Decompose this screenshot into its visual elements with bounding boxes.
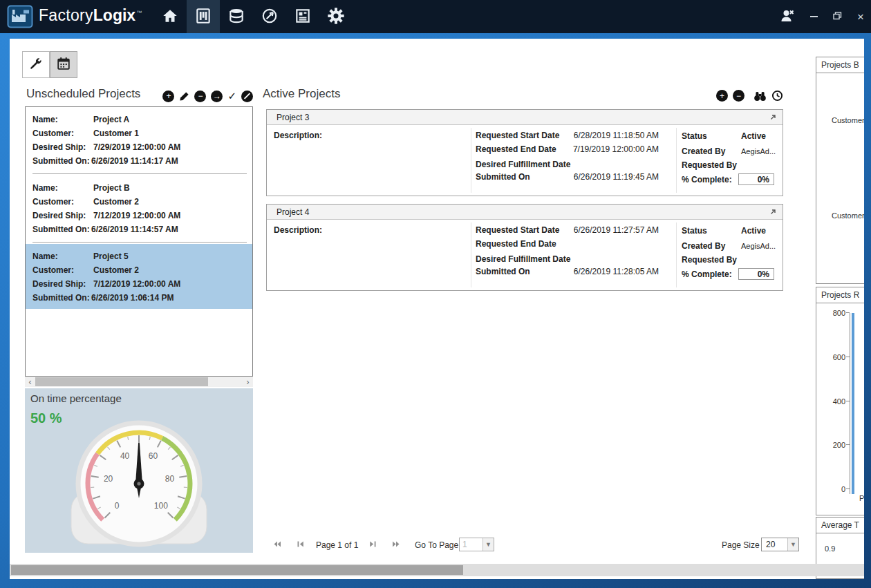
edit-icon[interactable] bbox=[179, 91, 189, 102]
submitted-on-label: Submitted On bbox=[476, 267, 530, 276]
calendar-icon bbox=[56, 56, 71, 73]
column-divider bbox=[471, 128, 471, 193]
settings-icon bbox=[326, 6, 346, 28]
remove-icon[interactable]: − bbox=[194, 91, 206, 102]
axis-tick-mark bbox=[846, 401, 850, 401]
add-icon[interactable]: + bbox=[716, 90, 728, 102]
nav-scheduling-button[interactable] bbox=[187, 0, 220, 33]
close-icon: × bbox=[857, 11, 864, 23]
add-icon[interactable]: + bbox=[162, 91, 174, 102]
percent-complete-box: 0% bbox=[738, 173, 774, 185]
submit-icon[interactable]: → bbox=[211, 91, 223, 102]
scrollbar-thumb[interactable] bbox=[35, 377, 208, 386]
project-item-b[interactable]: Name:Project B Customer:Customer 2 Desir… bbox=[26, 176, 252, 240]
project-card-name: Project 4 bbox=[277, 207, 309, 217]
unscheduled-projects-list: Name:Project A Customer:Customer 1 Desir… bbox=[25, 106, 253, 377]
home-icon bbox=[161, 7, 179, 27]
y-axis-tick: 800 bbox=[825, 309, 845, 317]
project-card-header[interactable]: Project 4 bbox=[267, 205, 783, 220]
submitted-on-label: Submitted On: bbox=[32, 222, 91, 236]
nav-home-button[interactable] bbox=[153, 0, 187, 33]
minimize-button[interactable] bbox=[807, 10, 820, 23]
description-label: Description: bbox=[274, 225, 322, 235]
remove-icon[interactable]: − bbox=[733, 90, 744, 102]
next-page-button[interactable] bbox=[368, 539, 377, 549]
customer-label: Customer: bbox=[32, 126, 93, 140]
scroll-left-icon[interactable]: ‹ bbox=[25, 377, 35, 387]
created-by-label: Created By bbox=[682, 146, 725, 156]
chart-bar bbox=[852, 313, 854, 494]
created-by-label: Created By bbox=[682, 241, 725, 251]
y-axis-tick: 200 bbox=[825, 441, 845, 449]
scroll-right-icon[interactable]: › bbox=[243, 377, 253, 387]
previous-page-button[interactable] bbox=[295, 539, 305, 549]
percent-complete-box: 0% bbox=[738, 268, 774, 280]
last-page-button[interactable] bbox=[391, 539, 401, 549]
brand-part1: Factory bbox=[39, 6, 93, 24]
projects-by-customer-title: Projects B bbox=[816, 57, 864, 73]
go-to-page-combo: ▼ bbox=[459, 538, 494, 551]
project-desired-ship: 7/29/2019 12:00:00 AM bbox=[93, 142, 180, 152]
requested-end-value: 7/19/2019 12:00:00 AM bbox=[562, 144, 659, 154]
factorylogix-window: FactoryLogix™ bbox=[0, 0, 871, 588]
nav-settings-button[interactable] bbox=[319, 0, 353, 33]
axis-tick-mark bbox=[846, 312, 850, 313]
previous-page-icon bbox=[296, 540, 305, 549]
project-item-5-selected[interactable]: Name:Project 5 Customer:Customer 2 Desir… bbox=[26, 244, 252, 309]
tab-tools[interactable] bbox=[22, 51, 50, 78]
project-name: Project B bbox=[93, 183, 130, 193]
history-icon[interactable] bbox=[771, 90, 783, 102]
last-page-icon bbox=[392, 540, 401, 549]
x-axis-label: P bbox=[859, 494, 864, 502]
page-size-select[interactable]: 20 ▼ bbox=[761, 538, 799, 551]
expand-icon[interactable] bbox=[769, 113, 777, 122]
on-time-gauge: 0 20 40 60 80 100 bbox=[28, 411, 250, 549]
first-page-icon bbox=[272, 540, 281, 549]
scrollbar-track[interactable] bbox=[35, 377, 243, 387]
chevron-down-icon: ▼ bbox=[787, 538, 798, 551]
average-header: Average T bbox=[816, 517, 864, 533]
tab-calendar[interactable] bbox=[50, 51, 77, 78]
y-axis-tick: 600 bbox=[825, 353, 845, 361]
unscheduled-hscrollbar[interactable]: ‹ › bbox=[25, 377, 253, 387]
close-button[interactable]: × bbox=[854, 10, 867, 23]
nav-reports-button[interactable] bbox=[286, 0, 319, 33]
status-label: Status bbox=[682, 226, 707, 236]
go-to-page-input[interactable] bbox=[460, 538, 483, 551]
first-page-button[interactable] bbox=[272, 539, 281, 549]
expand-icon[interactable] bbox=[769, 208, 777, 216]
project-item-a[interactable]: Name:Project A Customer:Customer 1 Desir… bbox=[26, 107, 252, 172]
y-axis-tick: 0.9 bbox=[825, 544, 835, 553]
svg-text:20: 20 bbox=[104, 474, 113, 484]
chevron-down-icon[interactable]: ▼ bbox=[483, 538, 494, 551]
cancel-icon[interactable] bbox=[241, 91, 253, 102]
main-hscrollbar[interactable] bbox=[10, 564, 864, 576]
page-indicator: Page 1 of 1 bbox=[316, 540, 358, 550]
binoculars-icon[interactable] bbox=[753, 91, 767, 102]
submitted-on-label: Submitted On: bbox=[32, 291, 91, 305]
projects-received-header: Projects R bbox=[816, 287, 864, 303]
requested-by-label: Requested By bbox=[682, 255, 737, 265]
titlebar: FactoryLogix™ bbox=[0, 0, 871, 33]
maximize-button[interactable] bbox=[831, 10, 843, 23]
desired-ship-label: Desired Ship: bbox=[32, 277, 93, 291]
submitted-on-label: Submitted On: bbox=[32, 154, 91, 168]
scrollbar-thumb[interactable] bbox=[11, 565, 463, 575]
project-desired-ship: 7/12/2019 12:00:00 AM bbox=[93, 211, 180, 220]
requested-end-label: Requested End Date bbox=[476, 239, 556, 249]
logout-button[interactable] bbox=[778, 10, 796, 23]
page-size-value: 20 bbox=[762, 538, 787, 551]
customer-axis-label: Customer 2 bbox=[832, 211, 864, 220]
desired-fulfillment-label: Desired Fulfillment Date bbox=[476, 160, 570, 169]
project-name: Project 5 bbox=[93, 252, 129, 261]
content-area: Unscheduled Projects + − → ✓ Name:Projec… bbox=[10, 39, 864, 579]
customer-label: Customer: bbox=[32, 195, 93, 209]
project-card-name: Project 3 bbox=[277, 113, 309, 122]
nav-dispatch-button[interactable] bbox=[253, 0, 286, 33]
nav-materials-button[interactable] bbox=[220, 0, 253, 33]
status-label: Status bbox=[682, 131, 707, 141]
svg-text:0: 0 bbox=[115, 501, 120, 511]
project-card-header[interactable]: Project 3 bbox=[267, 110, 783, 125]
accept-icon[interactable]: ✓ bbox=[227, 90, 236, 102]
list-divider bbox=[32, 242, 247, 243]
